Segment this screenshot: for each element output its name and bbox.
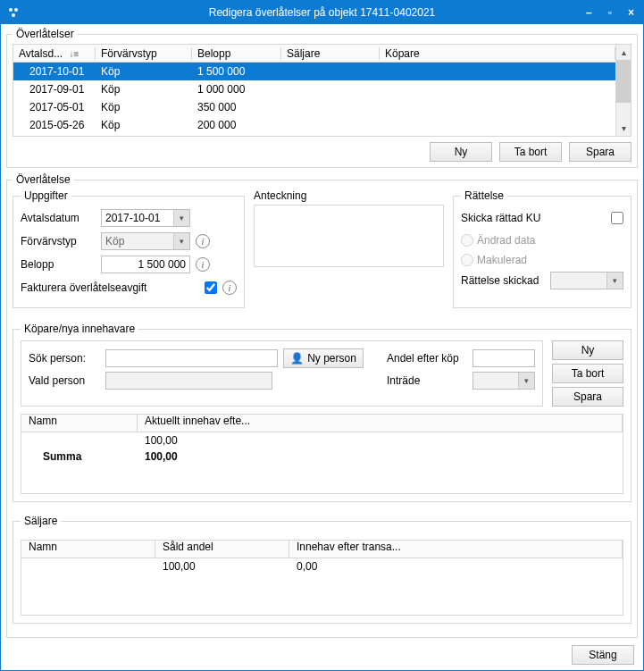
person-add-icon: 👤 (290, 352, 304, 365)
skicka-label: Skicka rättad KU (461, 212, 611, 224)
grid-col-avtalsdatum[interactable]: Avtalsd... ↓≡ (13, 47, 96, 60)
sok-person-input[interactable] (105, 349, 278, 367)
sellers-col-innehav[interactable]: Innehav efter transa... (289, 541, 623, 558)
sok-person-label: Sök person: (29, 352, 100, 365)
vald-person-field (105, 372, 272, 390)
overlatelser-delete-button[interactable]: Ta bort (499, 142, 562, 162)
table-row[interactable]: 100,000,00 (21, 558, 623, 575)
saljare-group: Säljare Namn Såld andel Innehav efter tr… (13, 515, 631, 624)
andel-label: Andel efter köp (387, 352, 467, 365)
fakturera-checkbox[interactable] (205, 281, 217, 294)
info-icon[interactable]: i (196, 257, 210, 272)
window-title: Redigera överlåtelser på objekt 17411-04… (1, 6, 643, 19)
scroll-down-icon[interactable]: ▾ (616, 121, 631, 136)
makulerad-label: Makulerad (477, 254, 527, 266)
grid-row[interactable]: 2017-05-01Köp350 000 (13, 98, 615, 116)
app-icon (6, 5, 21, 20)
forvarvstyp-label: Förvärvstyp (21, 235, 101, 247)
rattelse-group: Rättelse Skicka rättad KU Ändrad data Ma… (453, 189, 631, 308)
sort-desc-icon: ↓≡ (69, 49, 79, 59)
info-icon[interactable]: i (196, 234, 210, 248)
scroll-up-icon[interactable]: ▴ (616, 45, 631, 60)
overlatelser-legend: Överlåtelser (13, 28, 78, 40)
andrad-label: Ändrad data (477, 234, 535, 247)
andrad-radio (461, 234, 473, 247)
rattelse-legend: Rättelse (461, 189, 507, 202)
kopare-legend: Köpare/nya innehavare (21, 323, 138, 335)
belopp-label: Belopp (21, 258, 101, 271)
skicka-rattad-checkbox[interactable] (611, 212, 623, 224)
grid-col-belopp[interactable]: Belopp (192, 47, 281, 60)
overlatelse-legend: Överlåtelse (13, 173, 74, 186)
titlebar[interactable]: Redigera överlåtelser på objekt 17411-04… (1, 1, 643, 24)
grid-row[interactable]: 2015-05-26Köp200 000 (13, 134, 615, 136)
uppgifter-legend: Uppgifter (21, 189, 71, 202)
rattelse-skickad-field[interactable]: ▾ (550, 272, 623, 289)
vald-person-label: Vald person (29, 374, 100, 387)
anteckning-label: Anteckning (254, 189, 444, 202)
grid-col-kopare[interactable]: Köpare (380, 47, 615, 60)
forvarvstyp-field[interactable]: Köp ▾ (101, 232, 190, 250)
overlatelser-new-button[interactable]: Ny (430, 142, 492, 162)
sellers-col-sald[interactable]: Såld andel (155, 541, 289, 558)
svg-point-1 (14, 8, 18, 12)
uppgifter-group: Uppgifter Avtalsdatum 2017-10-01 ▾ Förvä… (13, 189, 245, 308)
overlatelser-grid[interactable]: Avtalsd... ↓≡ Förvärvstyp Belopp Säljare… (13, 44, 631, 137)
scroll-thumb[interactable] (616, 60, 631, 103)
belopp-input[interactable] (101, 256, 190, 273)
makulerad-radio (461, 254, 473, 266)
fakturera-label: Fakturera överlåtelseavgift (21, 281, 205, 294)
overlatelse-group: Överlåtelse Uppgifter Avtalsdatum 2017-1… (6, 173, 638, 638)
close-button[interactable]: × (624, 6, 638, 19)
buyers-col-namn[interactable]: Namn (21, 415, 138, 432)
intrade-label: Inträde (387, 374, 467, 387)
avtalsdatum-field[interactable]: 2017-10-01 ▾ (101, 209, 190, 227)
kopare-delete-button[interactable]: Ta bort (552, 364, 623, 383)
overlatelser-group: Överlåtelser Avtalsd... ↓≡ Förvärvstyp B… (6, 28, 638, 168)
close-dialog-button[interactable]: Stäng (572, 645, 634, 665)
buyers-col-innehav[interactable]: Aktuellt innehav efte... (138, 415, 623, 432)
minimize-button[interactable]: – (582, 6, 596, 19)
overlatelser-save-button[interactable]: Spara (569, 142, 631, 162)
grid-col-forvarvstyp[interactable]: Förvärvstyp (96, 47, 192, 60)
saljare-legend: Säljare (21, 515, 61, 527)
grid-row[interactable]: 2017-09-01Köp1 000 000 (13, 80, 615, 98)
rattelse-skickad-label: Rättelse skickad (461, 274, 550, 287)
grid-row[interactable]: 2017-10-01Köp1 500 000 (13, 63, 615, 80)
buyers-table[interactable]: Namn Aktuellt innehav efte... 100,00 Sum… (21, 414, 623, 494)
ny-person-button[interactable]: 👤 Ny person (283, 348, 364, 368)
sellers-col-namn[interactable]: Namn (21, 541, 155, 558)
andel-input[interactable] (473, 349, 535, 367)
chevron-down-icon: ▾ (518, 373, 534, 389)
chevron-down-icon: ▾ (606, 273, 623, 289)
grid-scrollbar[interactable]: ▴ ▾ (615, 45, 631, 136)
sellers-table[interactable]: Namn Såld andel Innehav efter transa... … (21, 540, 623, 616)
kopare-group: Köpare/nya innehavare Sök person: 👤 Ny p… (13, 323, 631, 502)
kopare-save-button[interactable]: Spara (552, 387, 623, 407)
svg-point-2 (12, 13, 15, 17)
grid-row[interactable]: 2015-05-26Köp200 000 (13, 116, 615, 134)
chevron-down-icon: ▾ (173, 233, 189, 249)
anteckning-textarea[interactable] (254, 205, 444, 267)
chevron-down-icon: ▾ (173, 210, 189, 226)
avtalsdatum-label: Avtalsdatum (21, 212, 101, 224)
buyers-sum-row: Summa 100,00 (21, 449, 623, 465)
grid-col-saljare[interactable]: Säljare (281, 47, 380, 60)
kopare-new-button[interactable]: Ny (552, 340, 623, 360)
intrade-field[interactable]: ▾ (473, 372, 535, 390)
info-icon[interactable]: i (222, 281, 237, 295)
svg-point-0 (9, 8, 13, 12)
maximize-button[interactable]: ▫ (605, 6, 615, 19)
table-row[interactable]: 100,00 (21, 432, 623, 449)
